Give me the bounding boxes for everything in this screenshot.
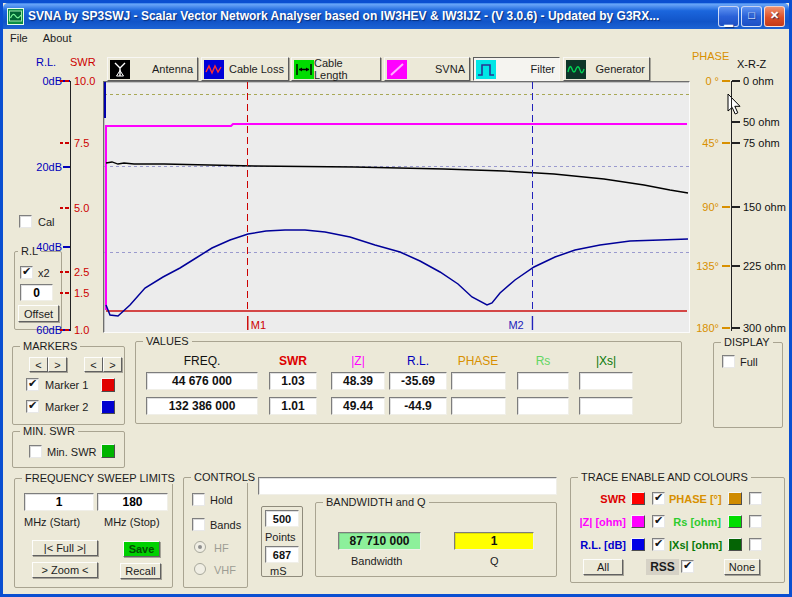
freq-stop-input[interactable] xyxy=(97,493,168,511)
title-bar[interactable]: SVNA by SP3SWJ - Scalar Vector Network A… xyxy=(3,3,789,29)
vhf-label: VHF xyxy=(214,564,236,576)
full-span-button[interactable]: |< Full >| xyxy=(32,540,98,556)
trace-label: Rs [ohm] xyxy=(669,516,721,529)
tab-cable-length[interactable]: Cable Length xyxy=(291,57,381,81)
values-cell xyxy=(517,372,569,390)
command-input[interactable] xyxy=(258,477,557,495)
trace-checkbox[interactable] xyxy=(652,492,665,505)
z-trace xyxy=(106,124,687,310)
menu-file[interactable]: File xyxy=(3,31,36,45)
values-cell: -44.9 xyxy=(389,397,447,415)
generator-icon xyxy=(566,60,586,79)
ohm-axis-tick xyxy=(732,121,740,123)
maximize-button[interactable]: □ xyxy=(741,6,762,27)
minimize-icon: ▁ xyxy=(724,14,732,27)
trace-checkbox[interactable] xyxy=(652,538,665,551)
tab-label: Generator xyxy=(595,63,645,75)
trace-checkbox[interactable] xyxy=(749,515,762,528)
controls-group-title: CONTROLS xyxy=(191,471,258,483)
tab-svna[interactable]: SVNA xyxy=(384,57,470,81)
swr-axis-tick-label: 5.0 xyxy=(74,202,104,214)
tab-cable-loss[interactable]: Cable Loss xyxy=(201,57,289,81)
xrz-axis-title: X-R-Z xyxy=(737,58,766,70)
x2-checkbox[interactable] xyxy=(20,266,33,279)
swr-axis-tick xyxy=(60,329,69,331)
rl-axis-tick xyxy=(63,166,70,168)
swr-axis-tick xyxy=(60,271,69,273)
all-button[interactable]: All xyxy=(583,559,623,575)
trace-color-swatch xyxy=(728,492,742,505)
values-column-header: |Z| xyxy=(326,354,390,367)
phase-axis-tick-label: 135° xyxy=(687,260,719,272)
timing-panel: 500 Points 687 mS xyxy=(261,506,303,577)
full-checkbox[interactable] xyxy=(722,355,735,368)
marker1-color-swatch xyxy=(101,378,115,392)
save-button[interactable]: Save xyxy=(123,541,160,557)
trace-color-swatch xyxy=(631,538,645,551)
marker1-prev-button[interactable]: < xyxy=(29,357,48,372)
cal-checkbox[interactable] xyxy=(19,215,32,228)
ms-label: mS xyxy=(270,565,287,577)
chart-svg: M1M2 xyxy=(104,82,689,332)
marker1-checkbox[interactable] xyxy=(26,378,39,391)
marker2-prev-button[interactable]: < xyxy=(84,357,103,372)
tab-filter[interactable]: Filter xyxy=(473,57,560,81)
values-group: VALUES FREQ.SWR|Z|R.L.PHASERs|Xs|44 676 … xyxy=(135,341,682,424)
tab-antenna[interactable]: Antenna xyxy=(107,57,198,81)
minimize-button[interactable]: ▁ xyxy=(718,6,739,27)
rl-axis-tick-label: 0dB xyxy=(28,75,62,87)
marker2-checkbox[interactable] xyxy=(26,400,39,413)
values-cell: 1.01 xyxy=(269,397,317,415)
offset-button[interactable]: Offset xyxy=(18,305,59,322)
offset-input[interactable] xyxy=(20,284,53,301)
none-button[interactable]: None xyxy=(724,559,760,575)
trace-label: |Z| [ohm] xyxy=(571,516,626,529)
cable-loss-icon xyxy=(204,60,224,79)
values-cell: 44 676 000 xyxy=(146,372,258,390)
values-cell: 1.03 xyxy=(269,372,317,390)
trace-label: PHASE [°] xyxy=(669,493,721,506)
ohm-axis-tick-label: 0 ohm xyxy=(743,75,791,87)
marker1-next-button[interactable]: > xyxy=(48,357,67,372)
marker2-label: Marker 2 xyxy=(45,401,88,413)
swr-axis-tick xyxy=(60,80,69,82)
window-title: SVNA by SP3SWJ - Scalar Vector Network A… xyxy=(28,9,716,23)
trace-color-swatch xyxy=(631,492,645,505)
recall-button[interactable]: Recall xyxy=(120,563,161,579)
trace-checkbox[interactable] xyxy=(749,538,762,551)
bands-checkbox[interactable] xyxy=(192,518,205,531)
M2-marker-label: M2 xyxy=(508,319,523,331)
menu-bar: File About xyxy=(3,29,789,47)
markers-group: MARKERS < > < > Marker 1 Marker 2 xyxy=(12,346,125,425)
chart-plot-area[interactable]: M1M2 xyxy=(103,81,690,333)
values-cell: 48.39 xyxy=(331,372,385,390)
cal-label: Cal xyxy=(38,216,55,228)
svna-icon xyxy=(387,60,407,79)
ohm-axis-tick xyxy=(732,327,740,329)
marker2-next-button[interactable]: > xyxy=(103,357,122,372)
hold-checkbox[interactable] xyxy=(192,493,205,506)
min-swr-checkbox[interactable] xyxy=(29,445,42,458)
trace-label: R.L. [dB] xyxy=(571,539,626,552)
rl-axis-tick-label: 20dB xyxy=(28,161,62,173)
freq-stop-label: MHz (Stop) xyxy=(104,516,160,528)
close-button[interactable]: ✕ xyxy=(764,6,785,27)
bandwidth-q-group: BANDWIDTH and Q 87 710 000 Bandwidth 1 Q xyxy=(315,502,557,577)
freq-start-input[interactable] xyxy=(24,493,94,511)
bands-label: Bands xyxy=(210,519,241,531)
ohm-axis-tick-label: 50 ohm xyxy=(743,116,791,128)
hf-label: HF xyxy=(214,542,229,554)
M1-marker-label: M1 xyxy=(251,319,266,331)
zoom-button[interactable]: > Zoom < xyxy=(32,562,98,578)
trace-checkbox[interactable] xyxy=(652,515,665,528)
trace-checkbox[interactable] xyxy=(749,492,762,505)
full-label: Full xyxy=(740,356,758,368)
values-column-header: SWR xyxy=(261,354,325,367)
tab-generator[interactable]: Generator xyxy=(563,57,650,81)
trace-color-swatch xyxy=(631,515,645,528)
menu-about[interactable]: About xyxy=(36,31,80,45)
freq-sweep-group: FREQUENCY SWEEP LIMITS MHz (Start) MHz (… xyxy=(14,478,173,588)
trace-color-swatch xyxy=(728,515,742,528)
rss-checkbox[interactable] xyxy=(681,560,694,573)
values-cell: 132 386 000 xyxy=(146,397,258,415)
